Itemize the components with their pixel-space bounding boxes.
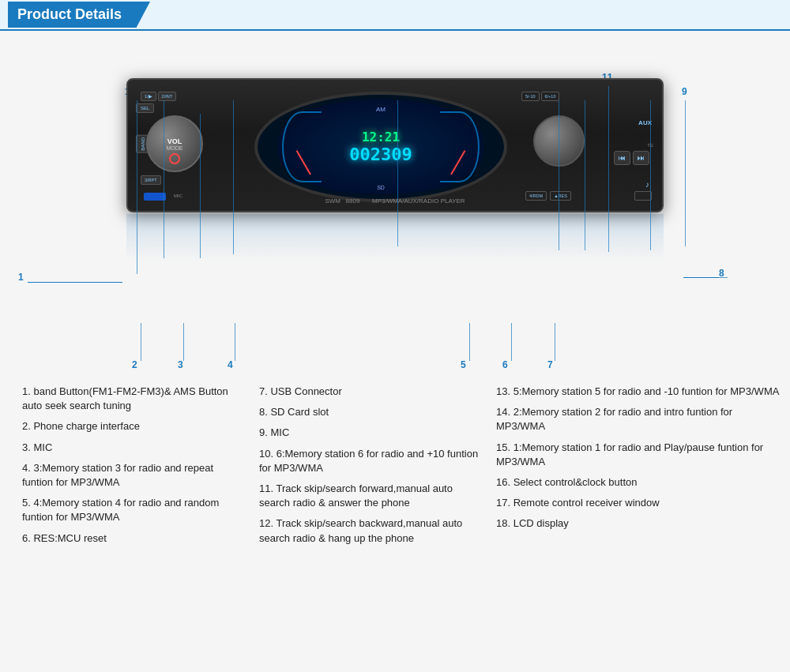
power-icon bbox=[169, 153, 180, 164]
anno-vline-12 bbox=[585, 100, 585, 250]
feature-item-6: 6. RES:MCU reset bbox=[22, 531, 246, 546]
feature-text-1: 1. band Button(FM1-FM2-FM3)& AMS Button … bbox=[22, 385, 246, 413]
anno-vline-6-bottom bbox=[511, 323, 512, 361]
feature-item-8: 8. SD Card slot bbox=[259, 405, 483, 419]
annotation-1: 1 bbox=[18, 272, 24, 283]
btn-4-rdm[interactable]: 4/RDM bbox=[525, 191, 547, 201]
usb-slot-right bbox=[634, 191, 652, 201]
feature-text-17: 17. Remote control receiver window bbox=[496, 496, 784, 510]
anno-vline-4-bottom bbox=[235, 323, 235, 361]
annotation-3-bottom: 3 bbox=[178, 359, 183, 370]
features-section: 1. band Button(FM1-FM2-FM3)& AMS Button … bbox=[8, 385, 782, 552]
feature-text-15: 15. 1:Memory station 1 for radio and Pla… bbox=[496, 441, 784, 469]
feature-item-17: 17. Remote control receiver window bbox=[496, 496, 784, 510]
annotation-7-bottom: 7 bbox=[547, 359, 553, 370]
btn-5-minus10[interactable]: 5/-10 bbox=[521, 92, 540, 101]
anno-vline-2-bottom bbox=[141, 323, 141, 361]
anno-vline-18 bbox=[397, 100, 398, 246]
feature-item-11: 11. Track skip/search forward,manual aut… bbox=[259, 482, 483, 510]
feature-text-12: 12. Track skip/search backward,manual au… bbox=[259, 516, 483, 545]
am-label: AM bbox=[376, 106, 386, 113]
feature-text-2: 2. Phone charge interface bbox=[22, 419, 246, 434]
feature-item-13: 13. 5:Memory station 5 for radio and -10… bbox=[496, 385, 784, 399]
annotation-4-bottom: 4 bbox=[228, 359, 233, 370]
radio-right-section: 5/-10 6/+10 AUX TE ⏮ ⏭ ♪ 4/RDM ▲RES bbox=[521, 88, 656, 205]
radio-reflection bbox=[126, 214, 664, 261]
model-label: SWM 8809 MP3/WMA/AUX/RADIO PLAYER bbox=[325, 197, 465, 205]
mode-label: MODE bbox=[167, 145, 183, 151]
lcd-inner: AM 12:21 002309 SD bbox=[278, 99, 483, 194]
feature-text-4: 4. 3:Memory station 3 for radio and repe… bbox=[22, 461, 246, 490]
anno-vline-10 bbox=[650, 100, 651, 250]
feature-col-3: 13. 5:Memory station 5 for radio and -10… bbox=[490, 385, 790, 552]
sel-button[interactable]: SEL bbox=[136, 103, 154, 113]
feature-text-8: 8. SD Card slot bbox=[259, 405, 483, 419]
time-display: 12:21 bbox=[362, 130, 400, 145]
feature-text-18: 18. LCD display bbox=[496, 516, 784, 531]
anno-vline-14 bbox=[233, 100, 234, 254]
anno-hline-8 bbox=[690, 277, 728, 278]
feature-col-2: 7. USB Connector 8. SD Card slot 9. MIC … bbox=[253, 385, 490, 552]
feature-item-9: 9. MIC bbox=[259, 426, 483, 440]
usb-slot-left bbox=[144, 193, 166, 201]
feature-text-11: 11. Track skip/search forward,manual aut… bbox=[259, 482, 483, 510]
feature-col-1: 1. band Button(FM1-FM2-FM3)& AMS Button … bbox=[16, 385, 253, 552]
feature-text-10: 10. 6:Memory station 6 for radio and +10… bbox=[259, 447, 483, 475]
anno-vline-7-bottom bbox=[555, 323, 555, 361]
feature-text-5: 5. 4:Memory station 4 for radio and rand… bbox=[22, 496, 246, 524]
header-wrap: Product Details bbox=[0, 0, 790, 31]
vol-label: VOL bbox=[167, 137, 182, 145]
radio-left-section: SEL BAND VOL MODE 1/▶ 2/INT 3/RPT MIC bbox=[134, 88, 237, 205]
annotation-5-bottom: 5 bbox=[461, 359, 466, 370]
btn-1-play[interactable]: 1/▶ bbox=[141, 92, 156, 101]
lcd-display: AM 12:21 002309 SD bbox=[254, 92, 507, 202]
feature-item-12: 12. Track skip/search backward,manual au… bbox=[259, 516, 483, 545]
radio-device: SEL BAND VOL MODE 1/▶ 2/INT 3/RPT MIC bbox=[126, 78, 664, 228]
sd-label: SD bbox=[377, 185, 385, 190]
anno-vline-11 bbox=[608, 86, 609, 252]
anno-vline-17 bbox=[137, 100, 137, 274]
feature-text-3: 3. MIC bbox=[22, 441, 246, 455]
feature-item-10: 10. 6:Memory station 6 for radio and +10… bbox=[259, 447, 483, 475]
header: Product Details bbox=[8, 2, 136, 28]
res-button[interactable]: ▲RES bbox=[550, 191, 571, 201]
feature-item-1: 1. band Button(FM1-FM2-FM3)& AMS Button … bbox=[22, 385, 246, 413]
feature-text-16: 16. Select control&clock button bbox=[496, 475, 784, 490]
feature-item-15: 15. 1:Memory station 1 for radio and Pla… bbox=[496, 441, 784, 469]
anno-line-1 bbox=[28, 282, 122, 283]
anno-vline-13 bbox=[559, 100, 559, 250]
feature-item-4: 4. 3:Memory station 3 for radio and repe… bbox=[22, 461, 246, 490]
annotation-2-bottom: 2 bbox=[132, 359, 137, 370]
feature-text-9: 9. MIC bbox=[259, 426, 483, 440]
annotation-9: 9 bbox=[682, 86, 687, 97]
vol-knob[interactable]: VOL MODE bbox=[146, 115, 203, 172]
annotation-6-bottom: 6 bbox=[502, 359, 508, 370]
feature-item-7: 7. USB Connector bbox=[259, 385, 483, 399]
music-note-icon: ♪ bbox=[645, 180, 649, 189]
next-track-button[interactable]: ⏭ bbox=[633, 151, 649, 165]
anno-vline-9 bbox=[685, 100, 686, 246]
anno-vline-5-bottom bbox=[469, 323, 470, 361]
feature-item-5: 5. 4:Memory station 4 for radio and rand… bbox=[22, 496, 246, 524]
feature-text-13: 13. 5:Memory station 5 for radio and -10… bbox=[496, 385, 784, 399]
anno-vline-15 bbox=[200, 114, 201, 258]
radio-body: SEL BAND VOL MODE 1/▶ 2/INT 3/RPT MIC bbox=[126, 78, 664, 212]
anno-vline-16 bbox=[164, 100, 164, 258]
feature-item-2: 2. Phone charge interface bbox=[22, 419, 246, 434]
lcd-arc-left bbox=[282, 111, 322, 182]
lcd-arc-right bbox=[440, 111, 480, 182]
btn-6-plus10[interactable]: 6/+10 bbox=[541, 92, 560, 101]
feature-item-14: 14. 2:Memory station 2 for radio and int… bbox=[496, 405, 784, 434]
feature-text-14: 14. 2:Memory station 2 for radio and int… bbox=[496, 405, 784, 434]
page-title: Product Details bbox=[17, 6, 122, 22]
feature-item-16: 16. Select control&clock button bbox=[496, 475, 784, 490]
btn-2-int[interactable]: 2/INT bbox=[158, 92, 176, 101]
btn-3-rpt[interactable]: 3/RPT bbox=[141, 175, 161, 185]
product-image-area: 17 16 15 14 18 13 12 11 10 9 SEL BAND VO… bbox=[8, 39, 782, 378]
mic-label-left: MIC bbox=[174, 193, 182, 198]
feature-item-3: 3. MIC bbox=[22, 441, 246, 455]
track-display: 002309 bbox=[349, 145, 412, 164]
feature-text-6: 6. RES:MCU reset bbox=[22, 531, 246, 546]
feature-item-18: 18. LCD display bbox=[496, 516, 784, 531]
prev-track-button[interactable]: ⏮ bbox=[614, 151, 630, 165]
